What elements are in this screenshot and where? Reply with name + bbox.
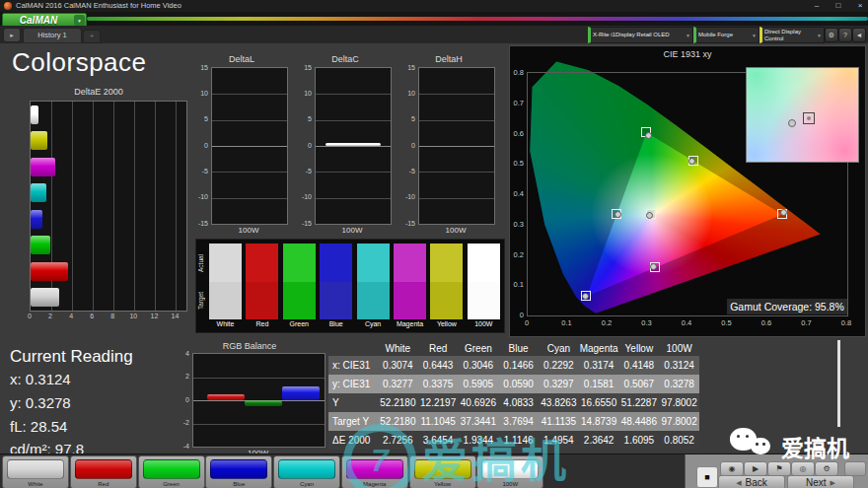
x-axis-label: 100W bbox=[315, 226, 390, 235]
new-tab-button[interactable]: + bbox=[83, 30, 101, 43]
tool-button-2[interactable]: ⚑ bbox=[767, 461, 791, 476]
next-button[interactable]: Next ▶ bbox=[787, 475, 854, 488]
deltae-bar-red bbox=[31, 262, 68, 281]
x-axis-label: 100W bbox=[418, 226, 493, 235]
gridline bbox=[316, 94, 391, 95]
x-axis-tick-label: 4 bbox=[63, 313, 79, 319]
y-axis-tick-label: 5 bbox=[194, 115, 208, 122]
y-axis-tick-label: 4 bbox=[173, 350, 189, 357]
deltae-bar-magenta bbox=[31, 158, 55, 176]
pattern-source-label: Mobile Forge bbox=[696, 32, 750, 38]
x-axis-tick-label: 14 bbox=[167, 313, 182, 319]
swatch-target bbox=[283, 282, 316, 319]
y-axis-tick-label: 0 bbox=[194, 142, 208, 149]
y-axis-tick-label: -4 bbox=[173, 443, 189, 450]
pattern-button-red[interactable]: Red bbox=[70, 455, 137, 488]
pattern-label: Blue bbox=[206, 481, 271, 487]
rgb-bar-green bbox=[245, 400, 282, 406]
y-axis-tick-label: -10 bbox=[194, 193, 208, 200]
y-axis-tick-label: 15 bbox=[401, 64, 415, 71]
rgb-bar-red bbox=[207, 394, 245, 400]
gridline bbox=[316, 146, 391, 147]
swatch-actual bbox=[357, 244, 390, 282]
swatch-actual bbox=[430, 244, 463, 282]
table-cell: 51.2287 bbox=[619, 397, 660, 408]
help-button[interactable]: ? bbox=[838, 28, 852, 42]
pattern-button-white[interactable]: White bbox=[2, 455, 69, 488]
tool-button-0[interactable]: ◉ bbox=[720, 461, 744, 476]
table-cell: 0.0590 bbox=[498, 379, 539, 389]
pattern-button-magenta[interactable]: Magenta bbox=[341, 455, 408, 488]
deltae-bar-cyan bbox=[31, 183, 46, 202]
pattern-button-100w[interactable]: 100W bbox=[476, 455, 543, 488]
maximize-button[interactable]: □ bbox=[829, 0, 848, 12]
swatch-actual bbox=[246, 244, 278, 282]
tool-button-1[interactable]: ▶ bbox=[744, 461, 767, 476]
session-tab-bar: ▸ History 1 + X-Rite i1Display Retail OL… bbox=[0, 26, 868, 43]
current-reading-fl: fL: 28.54 bbox=[10, 418, 67, 435]
deltae-bar-yellow bbox=[31, 131, 47, 150]
table-cell: 12.2197 bbox=[418, 397, 459, 408]
stop-icon: ■ bbox=[704, 472, 709, 482]
session-menu-button[interactable]: ▸ bbox=[3, 28, 21, 42]
row-label: y: CIE31 bbox=[328, 379, 378, 389]
back-arrow-icon: ◀ bbox=[736, 479, 741, 487]
y-axis-tick-label: -5 bbox=[298, 168, 312, 174]
cie-measured-marker-5 bbox=[650, 263, 657, 270]
gamut-coverage-badge: Gamut Coverage: 95.8% bbox=[727, 299, 847, 314]
more-button[interactable] bbox=[844, 461, 866, 476]
table-cell: 0.3297 bbox=[539, 379, 579, 389]
stop-button[interactable]: ■ bbox=[696, 466, 718, 488]
x-axis-tick-label: 2 bbox=[42, 313, 58, 319]
y-axis-tick-label: 0.8 bbox=[510, 68, 524, 77]
x-axis-tick-label: 0.7 bbox=[797, 318, 817, 327]
minimize-button[interactable]: – bbox=[807, 0, 827, 12]
rgb-balance-chart: RGB Balance 420-2-4100W bbox=[171, 340, 328, 460]
target-row-label: Target bbox=[197, 282, 207, 319]
table-cell: 0.3074 bbox=[378, 360, 418, 371]
pattern-button-blue[interactable]: Blue bbox=[205, 455, 272, 488]
tool-button-3[interactable]: ◎ bbox=[791, 461, 815, 476]
sidebar-toggle-button[interactable]: ◄ bbox=[852, 28, 866, 42]
close-button[interactable]: × bbox=[850, 0, 868, 12]
table-cell: 97.8002 bbox=[659, 416, 699, 427]
brand-row: CalMAN ▼ bbox=[0, 12, 868, 26]
gridline bbox=[212, 198, 287, 199]
pattern-button-green[interactable]: Green bbox=[138, 455, 205, 488]
display-control-select[interactable]: Direct Display Control ▼ bbox=[760, 27, 825, 43]
table-cell: 0.3278 bbox=[659, 379, 699, 389]
pattern-source-select[interactable]: Mobile Forge ▼ bbox=[693, 27, 760, 43]
table-cell: 11.1045 bbox=[418, 416, 459, 427]
delta-bar-100w bbox=[326, 143, 381, 146]
logo-dropdown-caret-icon[interactable]: ▼ bbox=[74, 15, 85, 26]
gridline bbox=[155, 102, 156, 311]
next-button-label: Next bbox=[806, 477, 827, 488]
pattern-button-cyan[interactable]: Cyan bbox=[273, 455, 340, 488]
play-icon: ▶ bbox=[753, 464, 759, 473]
gridline bbox=[176, 102, 177, 311]
table-cell: 1.1146 bbox=[498, 435, 539, 446]
rgb-balance-plot-area bbox=[192, 353, 326, 448]
x-axis-tick-label: 0.6 bbox=[757, 318, 776, 327]
pattern-button-yellow[interactable]: Yellow bbox=[409, 455, 476, 488]
pattern-label: Green bbox=[139, 481, 204, 487]
back-button[interactable]: ◀ Back bbox=[718, 475, 785, 488]
tool-button-4[interactable]: ⚙ bbox=[815, 461, 838, 476]
flag-icon: ⚑ bbox=[775, 464, 782, 473]
pattern-label: Yellow bbox=[410, 481, 475, 487]
x-axis-tick-label: 0.2 bbox=[597, 318, 616, 327]
table-cell: 3.6454 bbox=[418, 435, 459, 446]
y-axis-tick-label: 10 bbox=[194, 90, 208, 97]
meter-select[interactable]: X-Rite i1Display Retail OLED ▼ bbox=[588, 27, 693, 43]
swatch-target bbox=[430, 282, 463, 319]
settings-button[interactable]: ⚙ bbox=[825, 28, 838, 42]
app-icon bbox=[4, 2, 12, 10]
cie-1931-xy-chart: CIE 1931 xy 00.10.20.30.40.50.60.70.800.… bbox=[509, 45, 866, 337]
table-cell: 48.4486 bbox=[619, 416, 660, 427]
table-cell: 0.3375 bbox=[418, 379, 459, 389]
deltae2000-chart: DeltaE 2000 02468101214 bbox=[8, 87, 189, 333]
tab-history-1[interactable]: History 1 bbox=[23, 28, 82, 42]
gridline bbox=[316, 172, 391, 173]
table-header-row: WhiteRedGreenBlueCyanMagentaYellow100W bbox=[328, 340, 699, 356]
pattern-label: Magenta bbox=[342, 481, 407, 487]
